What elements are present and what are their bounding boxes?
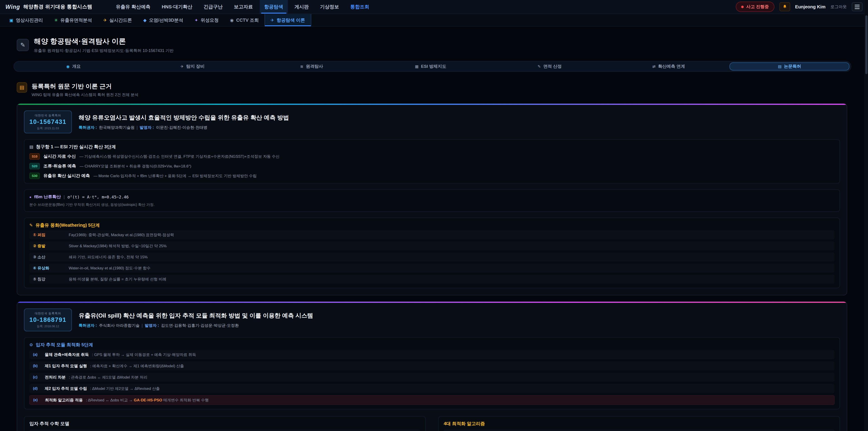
section-header: ▤ 등록특허 원문 기반 이론 근거 WING 탑재 유출유 확산예측 시스템의… — [17, 82, 868, 97]
nav-item-aerial-search[interactable]: 항공탐색 — [260, 0, 288, 13]
scrollbar-thumb[interactable] — [865, 16, 868, 74]
math-model-panel: 입자 추적 수학 모델 제1모델: ModelΔ = curΔ·Δt + c·w… — [24, 416, 426, 431]
main-content: ✎ 해양 항공탐색·원격탐사 이론 유출유 원격탐지·항공감시 기법·ESI 방… — [0, 37, 868, 431]
step-name: 조류·취송류 예측 — [43, 163, 76, 169]
gear-icon: ⚙ — [29, 342, 33, 347]
nav-item-oil-spill-prediction[interactable]: 유출유 확산예측 — [112, 0, 155, 13]
weathering-label: ⑤ 침강 — [33, 276, 64, 282]
section-subtitle: WING 탑재 유출유 확산예측 시스템의 특허 원전 2건 전체 분석 — [32, 92, 138, 97]
status-dot-icon — [741, 6, 744, 8]
patent-number-badge: 대한민국 등록특허 10-1567431 등록: 2015.11.03 — [24, 111, 72, 133]
brand[interactable]: Wing 해양환경 위기대응 통합시스템 — [5, 3, 92, 10]
step-desc: — CHARRY모델 조화분석 + 취송류 경험식(0.029×Vw, θw+1… — [80, 164, 191, 169]
nav-item-weather-info[interactable]: 기상정보 — [315, 0, 344, 13]
claim-header: ▤ 청구항 1 — ESI 기반 실시간 확산 3단계 — [29, 144, 835, 150]
scrollbar[interactable] — [864, 0, 868, 431]
meta-separator: | — [142, 323, 143, 328]
page-subtitle: 유출유 원격탐지·항공감시 기법·ESI 방제정보지도·등록특허 10-1567… — [34, 48, 174, 53]
subtab-cctv-view[interactable]: ◉ CCTV 조회 — [224, 14, 265, 26]
incident-status-badge[interactable]: 사고 진행중 — [736, 2, 774, 12]
subtab-realtime-drone[interactable]: ✈ 실시간드론 — [98, 14, 138, 26]
user-name: Eunjeong Kim — [795, 4, 826, 9]
sub-nav: ▣ 영상사진관리 ✳ 유출유면적분석 ✈ 실시간드론 ◆ 오염/선박3D분석 ✦… — [0, 14, 868, 27]
claim-step-row: S10 실시간 자료 수신 — 기상예측시스템·위성영상수신시스템·검조소 인터… — [29, 153, 835, 160]
weathering-label: ② 증발 — [33, 243, 64, 249]
nav-item-hns-atmospheric[interactable]: HNS·대기확산 — [157, 0, 197, 13]
holder-value: 주식회사 아라종합기술 — [99, 323, 140, 328]
tab-overview[interactable]: ◉ 개요 — [14, 61, 133, 71]
nav-item-integrated-search[interactable]: 통합조회 — [346, 0, 374, 13]
optimization-header: ⚙ 입자 추적 모듈 최적화 5단계 — [29, 342, 835, 348]
tab-papers-patents[interactable]: ▤ 논문특허 — [730, 62, 849, 70]
nav-item-board[interactable]: 게시판 — [290, 0, 313, 13]
section-title: 등록특허 원문 기반 이론 근거 — [32, 82, 138, 90]
incident-status-label: 사고 진행중 — [746, 4, 769, 10]
holder-label: 특허권자 : — [79, 323, 97, 328]
tab-remote-sensing[interactable]: ≋ 원격탐사 — [252, 61, 371, 71]
patent-date: 등록: 2015.11.03 — [37, 126, 59, 130]
claim-step-row: S30 유출유 확산 실시간 예측 — Monte Carlo 입자추적 + f… — [29, 173, 835, 179]
link-icon: ⇄ — [652, 64, 655, 69]
step-desc: — Monte Carlo 입자추적 + fBm 난류확산 + 풍화 5단계 →… — [94, 173, 257, 179]
weathering-label: ③ 소산 — [33, 254, 64, 260]
math-panel-title: 입자 추적 수학 모델 — [29, 421, 420, 427]
card-gradient-bar — [17, 104, 847, 105]
step-badge: (c) — [33, 375, 41, 379]
main-nav: 유출유 확산예측 HNS·대기확산 긴급구난 보고자료 항공탐색 게시판 기상정… — [112, 0, 374, 13]
bottom-panels: 입자 추적 수학 모델 제1모델: ModelΔ = curΔ·Δt + c·w… — [24, 416, 840, 431]
tab-detection-equipment[interactable]: ✈ 탐지 장비 — [133, 61, 252, 71]
hamburger-icon — [855, 5, 860, 9]
nav-item-reports[interactable]: 보고자료 — [229, 0, 257, 13]
subtab-oil-area-analysis[interactable]: ✳ 유출유면적분석 — [49, 14, 98, 26]
step-name: 전처리 차분 — [45, 374, 66, 380]
step-badge: S10 — [29, 153, 40, 160]
step-badge: (b) — [33, 364, 41, 368]
tab-esi-map[interactable]: ▦ ESI 방제지도 — [371, 61, 490, 71]
weathering-row: ① 퍼짐 Fay(1969): 중력-관성력, Mackay et al.(19… — [29, 230, 835, 239]
step-name: 유출유 확산 실시간 예측 — [43, 173, 90, 179]
tab-label: 원격탐사 — [306, 63, 323, 69]
notifications-button[interactable] — [779, 2, 790, 11]
subtab-satellite-request[interactable]: ✦ 위성요청 — [189, 14, 224, 26]
claim-box: ▤ 청구항 1 — ESI 기반 실시간 확산 3단계 S10 실시간 자료 수… — [24, 139, 840, 184]
plane-icon: ✈ — [271, 18, 274, 23]
weathering-desc: 쇄파 기반, 파도에너지·용존 함수, 전체 약 15% — [69, 254, 148, 260]
weathering-title: 유출유 풍화(Weathering) 5단계 — [35, 222, 100, 228]
logout-button[interactable]: 로그아웃 — [831, 4, 847, 9]
fbm-name: fBm 난류확산 — [34, 194, 61, 200]
theory-tabs-bar: ◉ 개요 ✈ 탐지 장비 ≋ 원격탐사 ▦ ESI 방제지도 ✎ 면적 산정 ⇄… — [13, 61, 851, 72]
waves-icon: ≋ — [300, 64, 303, 69]
tab-prediction-link[interactable]: ⇄ 확산예측 연계 — [609, 61, 728, 71]
formula-box: 제1모델: ModelΔ = curΔ·Δt + c·wΔ·Δt 제2모델: R… — [29, 430, 420, 431]
subtab-label: 위성요청 — [200, 17, 219, 23]
step-name: 물체 관측+예측자료 취득 — [45, 352, 89, 357]
step-desc: — 기상예측시스템·위성영상수신시스템·검조소 인터넷 연결, FTP로 기상자… — [80, 154, 280, 159]
step-badge: (a) — [33, 352, 41, 357]
step-badge: (d) — [33, 387, 41, 391]
patent-meta: 특허권자 : 한국해양과학기술원 | 발명자 : 이문진·김혜진·이승현·천태병 — [79, 125, 289, 130]
weathering-box: ✎ 유출유 풍화(Weathering) 5단계 ① 퍼짐 Fay(1969):… — [24, 218, 840, 288]
tab-area-calculation[interactable]: ✎ 면적 산정 — [490, 61, 609, 71]
weathering-label: ④ 유상화 — [33, 265, 64, 271]
photo-icon: ▣ — [9, 18, 13, 23]
step-desc: : GPS 물체 투하 → 실제 이동경로 + 예측 기상·해양자료 취득 — [92, 352, 196, 357]
patent-header: 대한민국 등록특허 10-1567431 등록: 2015.11.03 해양 유… — [24, 111, 840, 133]
menu-button[interactable] — [852, 2, 863, 11]
step-desc: : ΔRevised ↔ Δobs 비교 → GA·DE·HS·PSO 매개변수… — [86, 398, 209, 403]
fbm-formula: σ²(t) = A·tᵐ, m=0.45~2.46 — [67, 194, 129, 199]
subtab-pollution-ship-3d[interactable]: ◆ 오염/선박3D분석 — [138, 14, 189, 26]
card-gradient-bar — [17, 302, 847, 303]
nav-item-emergency-rescue[interactable]: 긴급구난 — [199, 0, 227, 13]
ship-3d-icon: ◆ — [143, 18, 147, 23]
weathering-row: ② 증발 Stiver & Mackay(1984) 해석적 방법, 수일~10… — [29, 241, 835, 250]
analysis-icon: ✳ — [54, 18, 58, 23]
subtab-image-management[interactable]: ▣ 영상사진관리 — [4, 14, 49, 26]
patent-number-badge: 대한민국 등록특허 10-1868791 등록: 2018.06.12 — [24, 308, 72, 331]
weathering-header: ✎ 유출유 풍화(Weathering) 5단계 — [29, 222, 835, 228]
patent-header: 대한민국 등록특허 10-1868791 등록: 2018.06.12 유출유(… — [24, 308, 840, 331]
tab-label: 면적 산정 — [544, 63, 562, 69]
subtab-aerial-search-theory[interactable]: ✈ 항공탐색 이론 — [265, 14, 311, 26]
step-desc-post: 매개변수 최적화 반복 수행 — [162, 398, 209, 402]
document-icon: ▤ — [778, 64, 781, 69]
step-name: 제2 입자 추적 모델 수립 — [45, 386, 87, 391]
